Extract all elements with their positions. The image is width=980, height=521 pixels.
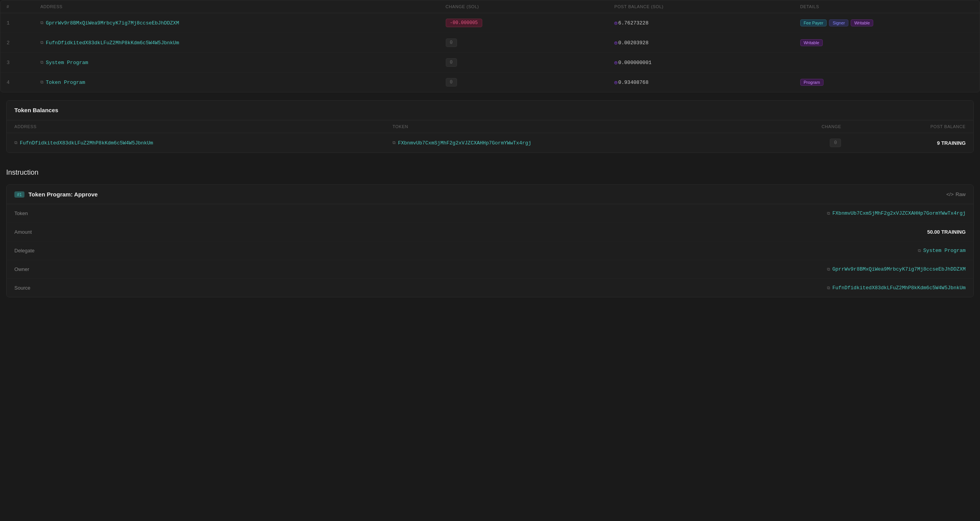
row-address: ⧉Token Program [34,73,440,92]
token-col-token: TOKEN [385,120,763,133]
sol-icon: ◎ [614,60,617,66]
copy-icon[interactable]: ⧉ [40,21,43,25]
accounts-table: # ADDRESS CHANGE (SOL) POST BALANCE (SOL… [0,0,980,92]
instruction-key: Amount [14,229,32,235]
accounts-row-3: 3⧉System Program0◎0.000000001 [0,53,980,73]
instruction-card-header: #1 Token Program: Approve </> Raw [7,185,973,204]
accounts-header-row: # ADDRESS CHANGE (SOL) POST BALANCE (SOL… [0,0,980,13]
row-num: 4 [0,73,34,92]
copy-icon[interactable]: ⧉ [827,286,830,290]
accounts-row-1: 1⧉GprrWv9r8BMxQiWea9MrbcyK7ig7Mj8ccseEbJ… [0,13,980,33]
token-col-change: CHANGE [763,120,849,133]
token-col-address: ADDRESS [7,120,385,133]
tag-writable: Writable [800,39,823,46]
col-num: # [0,0,34,13]
copy-icon[interactable]: ⧉ [918,248,921,253]
token-row-change: 0 [763,133,849,153]
row-address: ⧉GprrWv9r8BMxQiWea9MrbcyK7ig7Mj8ccseEbJh… [34,13,440,33]
instruction-row-delegate: Delegate⧉System Program [7,241,973,260]
token-row-post-balance: 9 TRAINING [849,133,973,153]
instruction-key: Owner [14,266,29,272]
col-details: DETAILS [794,0,980,13]
address-link[interactable]: ⧉FufnDfidkitedX83dkLFuZ2MhP8kKdm6c5W4W5J… [40,40,433,46]
row-num: 1 [0,13,34,33]
accounts-row-2: 2⧉FufnDfidkitedX83dkLFuZ2MhP8kKdm6c5W4W5… [0,33,980,53]
instruction-row-owner: Owner⧉GprrWv9r8BMxQiWea9MrbcyK7ig7Mj8ccs… [7,260,973,279]
instruction-value-link[interactable]: FXbnmvUb7CxmSjMhF2g2xVJZCXAHHp7GormYWwTx… [832,210,966,216]
instruction-title: Token Program: Approve [28,191,97,198]
copy-icon[interactable]: ⧉ [40,80,43,85]
copy-icon[interactable]: ⧉ [393,141,396,145]
instruction-value: ⧉GprrWv9r8BMxQiWea9MrbcyK7ig7Mj8ccseEbJh… [827,266,966,272]
page: # ADDRESS CHANGE (SOL) POST BALANCE (SOL… [0,0,980,297]
raw-button[interactable]: </> Raw [946,191,966,197]
instruction-value-link[interactable]: GprrWv9r8BMxQiWea9MrbcyK7ig7Mj8ccseEbJhD… [832,266,966,272]
instruction-value-link[interactable]: System Program [923,248,966,254]
instruction-row-token: Token⧉FXbnmvUb7CxmSjMhF2g2xVJZCXAHHp7Gor… [7,204,973,223]
change-badge: 0 [446,38,457,47]
instruction-row-amount: Amount50.00 TRAINING [7,223,973,241]
instruction-key: Delegate [14,248,35,254]
row-change: 0 [440,73,608,92]
token-balances-section: Token Balances ADDRESS TOKEN CHANGE POST… [6,100,974,153]
row-change: 0 [440,53,608,73]
token-change-badge: 0 [830,139,841,147]
instruction-value: ⧉FufnDfidkitedX83dkLFuZ2MhP8kKdm6c5W4W5J… [827,285,966,291]
row-details [794,53,980,73]
instruction-label: Instruction [0,161,980,181]
row-post-balance: ◎6.76273228 [608,13,794,33]
row-details: Program [794,73,980,92]
address-link[interactable]: ⧉GprrWv9r8BMxQiWea9MrbcyK7ig7Mj8ccseEbJh… [40,20,433,26]
change-badge: 0 [446,78,457,87]
copy-icon[interactable]: ⧉ [14,141,17,145]
instruction-key: Source [14,285,30,291]
tag-program: Program [800,79,824,86]
token-balances-header: Token Balances [7,101,973,120]
copy-icon[interactable]: ⧉ [40,40,43,45]
row-address: ⧉System Program [34,53,440,73]
address-link[interactable]: ⧉System Program [40,60,433,66]
tag-writable: Writable [851,19,873,26]
instruction-value: ⧉FXbnmvUb7CxmSjMhF2g2xVJZCXAHHp7GormYWwT… [827,210,966,216]
instruction-title-row: #1 Token Program: Approve [14,191,98,198]
instruction-key: Token [14,210,28,216]
col-address: ADDRESS [34,0,440,13]
row-address: ⧉FufnDfidkitedX83dkLFuZ2MhP8kKdm6c5W4W5J… [34,33,440,53]
tag-fee-payer: Fee Payer [800,19,827,26]
instruction-card: #1 Token Program: Approve </> Raw Token⧉… [6,184,974,297]
row-change: 0 [440,33,608,53]
copy-icon[interactable]: ⧉ [827,211,830,216]
token-address-link[interactable]: ⧉FufnDfidkitedX83dkLFuZ2MhP8kKdm6c5W4W5J… [14,140,377,146]
copy-icon[interactable]: ⧉ [40,60,43,65]
instruction-value-plain: 50.00 TRAINING [927,229,966,235]
sol-icon: ◎ [614,40,617,46]
instruction-rows: Token⧉FXbnmvUb7CxmSjMhF2g2xVJZCXAHHp7Gor… [7,204,973,297]
instruction-value-link[interactable]: FufnDfidkitedX83dkLFuZ2MhP8kKdm6c5W4W5Jb… [832,285,966,291]
token-balances-title: Token Balances [14,107,58,113]
accounts-row-4: 4⧉Token Program0◎0.93408768Program [0,73,980,92]
tag-signer: Signer [829,19,848,26]
token-header-row: ADDRESS TOKEN CHANGE POST BALANCE [7,120,973,133]
instruction-value: ⧉System Program [918,248,966,254]
code-icon: </> [946,191,954,197]
change-badge: 0 [446,58,457,67]
token-row-token: ⧉FXbnmvUb7CxmSjMhF2g2xVJZCXAHHp7GormYWwT… [385,133,763,153]
row-post-balance: ◎0.000000001 [608,53,794,73]
row-change: -00.000005 [440,13,608,33]
row-post-balance: ◎0.93408768 [608,73,794,92]
token-link[interactable]: ⧉FXbnmvUb7CxmSjMhF2g2xVJZCXAHHp7GormYWwT… [393,140,755,146]
row-details: Writable [794,33,980,53]
token-row-address: ⧉FufnDfidkitedX83dkLFuZ2MhP8kKdm6c5W4W5J… [7,133,385,153]
raw-label: Raw [956,191,966,197]
address-link[interactable]: ⧉Token Program [40,80,433,85]
copy-icon[interactable]: ⧉ [827,267,830,272]
col-change: CHANGE (SOL) [440,0,608,13]
token-balances-table: ADDRESS TOKEN CHANGE POST BALANCE ⧉FufnD… [7,120,973,153]
token-row-1: ⧉FufnDfidkitedX83dkLFuZ2MhP8kKdm6c5W4W5J… [7,133,973,153]
row-num: 2 [0,33,34,53]
instruction-num-badge: #1 [14,191,24,198]
sol-icon: ◎ [614,80,617,85]
change-badge: -00.000005 [446,19,482,27]
row-post-balance: ◎0.00203928 [608,33,794,53]
accounts-section: # ADDRESS CHANGE (SOL) POST BALANCE (SOL… [0,0,980,92]
